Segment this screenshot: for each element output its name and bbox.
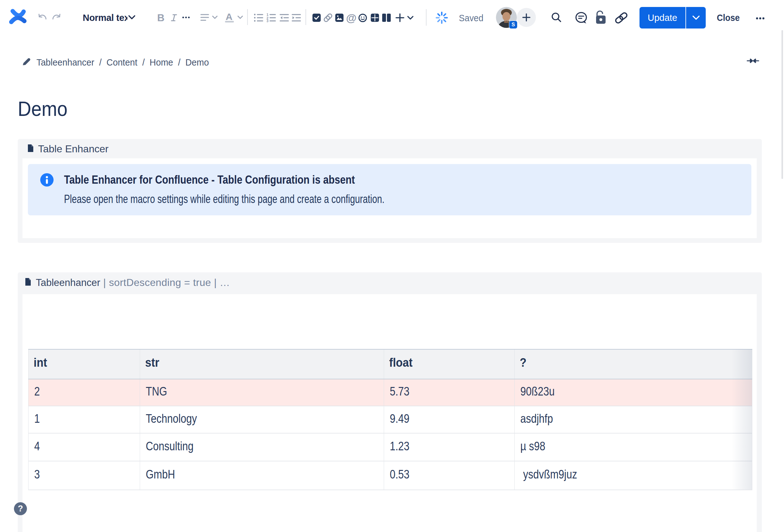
svg-text:3: 3 xyxy=(267,19,269,22)
